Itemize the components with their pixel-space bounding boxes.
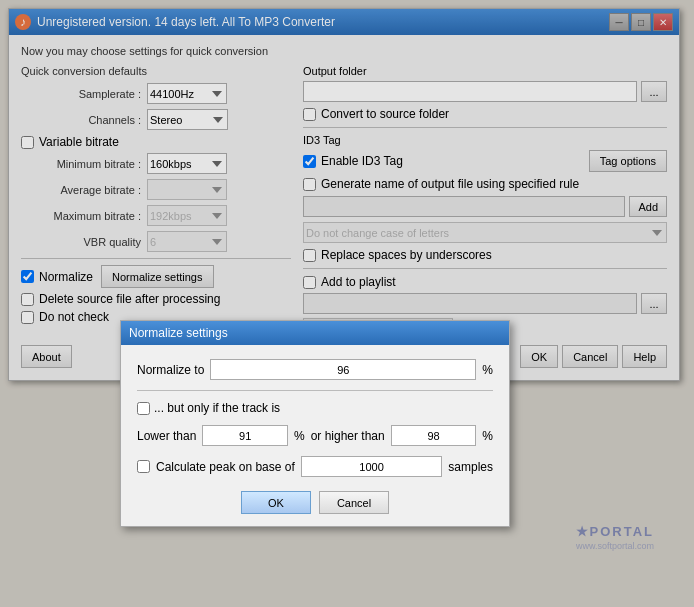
normalize-to-input[interactable] (210, 359, 476, 380)
normalize-to-label: Normalize to (137, 363, 204, 377)
dialog-buttons: OK Cancel (137, 491, 493, 514)
calc-peak-checkbox[interactable] (137, 460, 150, 473)
or-higher-label: or higher than (311, 429, 385, 443)
peak-row[interactable]: Calculate peak on base of samples (137, 456, 493, 477)
lower-than-input[interactable] (202, 425, 288, 446)
dialog-cancel-button[interactable]: Cancel (319, 491, 389, 514)
normalize-settings-dialog: Normalize settings Normalize to % ... bu… (120, 320, 510, 527)
calc-peak-label: Calculate peak on base of (156, 460, 295, 474)
percent-label: % (482, 363, 493, 377)
samples-label: samples (448, 460, 493, 474)
percent-lower-label: % (294, 429, 305, 443)
but-only-row[interactable]: ... but only if the track is (137, 401, 493, 415)
range-row: Lower than % or higher than % (137, 425, 493, 446)
higher-than-input[interactable] (391, 425, 477, 446)
dialog-ok-button[interactable]: OK (241, 491, 311, 514)
but-only-label: ... but only if the track is (154, 401, 280, 415)
normalize-to-row: Normalize to % (137, 359, 493, 380)
dialog-title: Normalize settings (121, 321, 509, 345)
but-only-checkbox[interactable] (137, 402, 150, 415)
percent-higher-label: % (482, 429, 493, 443)
dialog-content: Normalize to % ... but only if the track… (121, 345, 509, 526)
samples-input[interactable] (301, 456, 443, 477)
lower-than-label: Lower than (137, 429, 196, 443)
